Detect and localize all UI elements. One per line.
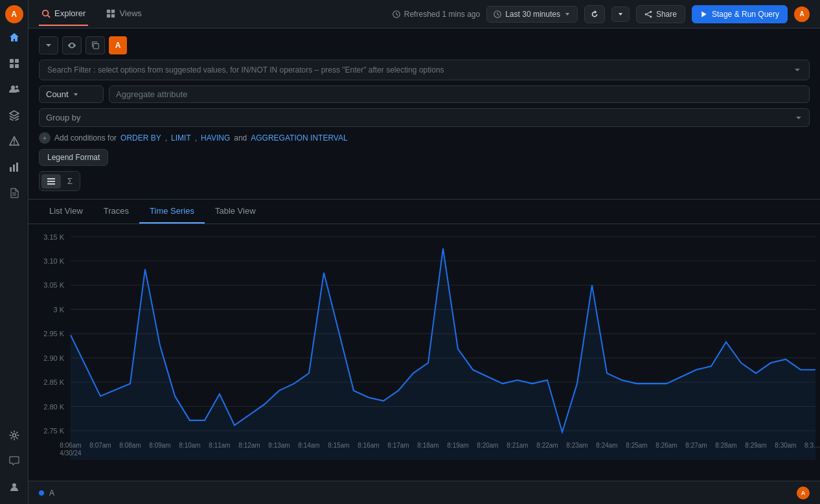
svg-text:8:27am: 8:27am	[685, 441, 707, 448]
svg-rect-33	[47, 181, 55, 182]
svg-rect-8	[16, 163, 18, 172]
svg-text:2.75 K: 2.75 K	[43, 427, 64, 435]
svg-rect-34	[47, 183, 55, 185]
svg-point-5	[16, 86, 18, 88]
svg-text:8:29am: 8:29am	[745, 441, 766, 448]
sidebar-icon-alert[interactable]	[3, 130, 26, 153]
view-toggle-list[interactable]	[41, 174, 61, 189]
tab-traces[interactable]: Traces	[93, 200, 139, 223]
svg-text:8:3…: 8:3…	[804, 441, 820, 448]
svg-rect-16	[111, 9, 115, 12]
svg-marker-30	[701, 11, 707, 17]
sidebar-icon-comment[interactable]	[3, 450, 26, 473]
svg-point-27	[650, 16, 652, 17]
svg-text:8:11am: 8:11am	[209, 441, 230, 448]
and-text: and	[234, 133, 247, 143]
sidebar-icon-person[interactable]	[3, 475, 26, 499]
run-query-label: Stage & Run Query	[712, 10, 779, 19]
toolbar-a-badge: A	[109, 36, 127, 54]
svg-rect-3	[15, 64, 19, 68]
group-by-label: Group by	[46, 113, 80, 122]
order-by-link[interactable]: ORDER BY	[120, 133, 161, 143]
share-button[interactable]: Share	[636, 5, 685, 23]
svg-point-13	[43, 10, 49, 16]
run-query-button[interactable]: Stage & Run Query	[692, 5, 788, 23]
tab-explorer[interactable]: Explorer	[39, 2, 88, 26]
svg-rect-6	[10, 167, 12, 172]
svg-point-11	[12, 434, 16, 437]
sidebar-avatar[interactable]: A	[5, 5, 23, 23]
svg-point-12	[12, 483, 16, 487]
svg-text:8:21am: 8:21am	[507, 441, 528, 448]
svg-text:8:25am: 8:25am	[626, 441, 647, 448]
tab-list-view[interactable]: List View	[39, 200, 93, 223]
time-series-chart: 3.15 K 3.10 K 3.05 K 3 K 2.95 K 2.90 K 2…	[28, 224, 820, 481]
sidebar: A	[0, 0, 28, 504]
bottom-avatar[interactable]: A	[797, 487, 810, 499]
svg-text:8:17am: 8:17am	[387, 441, 409, 448]
sidebar-icon-settings[interactable]	[3, 424, 26, 447]
svg-text:8:15am: 8:15am	[328, 441, 349, 448]
conditions-row: + Add conditions for ORDER BY , LIMIT , …	[39, 132, 810, 144]
legend-label: A	[49, 488, 54, 498]
tab-views[interactable]: Views	[104, 2, 144, 26]
svg-text:2.90 K: 2.90 K	[43, 354, 64, 362]
refresh-text: Refreshed 1 mins ago	[404, 10, 480, 19]
svg-line-24	[497, 14, 499, 16]
add-condition-btn[interactable]: +	[39, 132, 51, 144]
tab-time-series[interactable]: Time Series	[139, 200, 205, 223]
aggregate-attribute-input[interactable]: Aggregate attribute	[109, 86, 810, 103]
toolbar-copy-btn[interactable]	[85, 36, 105, 54]
group-by-row[interactable]: Group by	[39, 108, 810, 127]
legend-format-btn[interactable]: Legend Format	[39, 149, 108, 166]
svg-rect-0	[10, 59, 14, 63]
svg-line-21	[396, 14, 398, 16]
comma2: ,	[195, 133, 197, 143]
svg-point-26	[645, 13, 647, 15]
sidebar-icon-layers[interactable]	[3, 104, 26, 127]
refresh-button[interactable]	[584, 5, 605, 23]
having-link[interactable]: HAVING	[201, 133, 230, 143]
svg-rect-31	[93, 43, 98, 49]
sidebar-icon-chart[interactable]	[3, 155, 26, 179]
time-range-label: Last 30 minutes	[505, 10, 560, 19]
svg-text:8:12am: 8:12am	[238, 441, 260, 448]
view-toggle-row: Σ	[39, 171, 80, 191]
svg-text:8:30am: 8:30am	[775, 441, 796, 448]
settings-caret[interactable]	[611, 6, 630, 22]
toolbar-collapse-btn[interactable]	[39, 36, 58, 54]
svg-text:2.80 K: 2.80 K	[43, 402, 64, 410]
search-placeholder: Search Filter : select options from sugg…	[47, 65, 444, 74]
svg-text:3.05 K: 3.05 K	[43, 281, 64, 289]
svg-rect-17	[107, 14, 110, 17]
legend-format-row: Legend Format	[39, 149, 810, 166]
search-filter-bar[interactable]: Search Filter : select options from sugg…	[39, 60, 810, 80]
tab-list-view-label: List View	[49, 206, 83, 216]
user-avatar-top[interactable]: A	[794, 6, 810, 22]
sidebar-icon-users[interactable]	[3, 78, 26, 101]
tab-table-view-label: Table View	[215, 206, 256, 216]
tab-explorer-label: Explorer	[54, 8, 85, 18]
time-range-dropdown[interactable]: Last 30 minutes	[486, 6, 578, 23]
query-toolbar: A	[39, 36, 810, 54]
sidebar-icon-doc[interactable]	[3, 181, 26, 205]
refresh-info: Refreshed 1 mins ago	[393, 10, 480, 19]
sidebar-icon-grid[interactable]	[3, 52, 26, 75]
limit-link[interactable]: LIMIT	[171, 133, 191, 143]
top-nav: Explorer Views Refreshed 1 mins ago Last…	[28, 0, 820, 29]
toolbar-eye-btn[interactable]	[62, 36, 82, 54]
svg-text:8:07am: 8:07am	[89, 441, 111, 448]
sidebar-icon-home[interactable]	[3, 26, 26, 49]
svg-text:3.15 K: 3.15 K	[43, 233, 64, 240]
view-toggle-sum[interactable]: Σ	[62, 174, 78, 189]
agg-interval-link[interactable]: AGGREGATION INTERVAL	[251, 133, 347, 143]
svg-text:8:16am: 8:16am	[358, 441, 379, 448]
chart-area: 3.15 K 3.10 K 3.05 K 3 K 2.95 K 2.90 K 2…	[28, 224, 820, 481]
svg-text:8:28am: 8:28am	[715, 441, 736, 448]
tab-table-view[interactable]: Table View	[205, 200, 266, 223]
svg-text:8:08am: 8:08am	[119, 441, 141, 448]
svg-line-29	[647, 14, 650, 16]
count-select[interactable]: Count	[39, 86, 104, 103]
svg-text:2.95 K: 2.95 K	[43, 330, 64, 338]
chart-legend: A	[39, 488, 54, 498]
